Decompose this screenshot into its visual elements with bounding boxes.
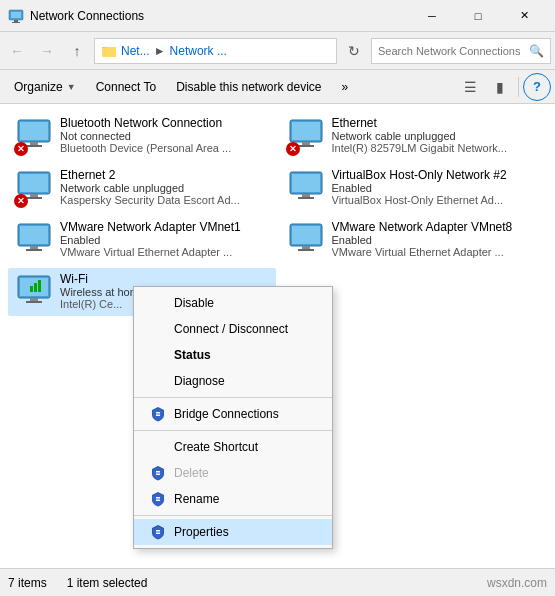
svg-rect-1 — [11, 12, 21, 18]
net-item-text: VMware Network Adapter VMnet1 Enabled VM… — [60, 220, 270, 258]
svg-rect-42 — [156, 530, 160, 532]
net-item-text: Bluetooth Network Connection Not connect… — [60, 116, 270, 154]
context-menu-separator — [134, 515, 332, 516]
window-controls: ─ □ ✕ — [409, 0, 547, 32]
net-item-name: Ethernet 2 — [60, 168, 270, 182]
organize-button[interactable]: Organize ▼ — [4, 73, 86, 101]
context-menu-item-label: Status — [174, 348, 211, 362]
toolbar-right: ☰ ▮ ? — [456, 73, 551, 101]
svg-rect-8 — [26, 145, 42, 147]
connect-to-button[interactable]: Connect To — [86, 73, 167, 101]
forward-button[interactable]: → — [34, 38, 60, 64]
minimize-button[interactable]: ─ — [409, 0, 455, 32]
context-menu-item-label: Bridge Connections — [174, 407, 279, 421]
shield-icon — [150, 524, 166, 540]
shield-icon — [150, 406, 166, 422]
folder-icon — [101, 43, 117, 59]
status-bar: 7 items 1 item selected wsxdn.com — [0, 568, 555, 596]
svg-rect-40 — [156, 497, 160, 499]
svg-rect-41 — [156, 500, 160, 502]
help-button[interactable]: ? — [523, 73, 551, 101]
context-menu-item[interactable]: Connect / Disconnect — [134, 316, 332, 342]
net-item-adapter: Kaspersky Security Data Escort Ad... — [60, 194, 270, 206]
no-icon — [150, 439, 166, 455]
maximize-button[interactable]: □ — [455, 0, 501, 32]
context-menu-separator — [134, 430, 332, 431]
svg-rect-20 — [298, 197, 314, 199]
back-button[interactable]: ← — [4, 38, 30, 64]
context-menu-item[interactable]: Status — [134, 342, 332, 368]
organize-label: Organize — [14, 80, 63, 94]
selected-count: 1 item selected — [67, 576, 148, 590]
context-menu-item[interactable]: Bridge Connections — [134, 401, 332, 427]
search-box[interactable]: 🔍 — [371, 38, 551, 64]
context-menu-item-label: Rename — [174, 492, 219, 506]
breadcrumb[interactable]: Net... ► Network ... — [94, 38, 337, 64]
context-menu-separator — [134, 397, 332, 398]
context-menu-item[interactable]: Create Shortcut — [134, 434, 332, 460]
svg-rect-16 — [26, 197, 42, 199]
context-menu-item[interactable]: Disable — [134, 290, 332, 316]
breadcrumb-part1: Net... — [121, 44, 150, 58]
context-menu-item-label: Create Shortcut — [174, 440, 258, 454]
context-menu: DisableConnect / DisconnectStatusDiagnos… — [133, 286, 333, 549]
title-bar: Network Connections ─ □ ✕ — [0, 0, 555, 32]
disable-button[interactable]: Disable this network device — [166, 73, 331, 101]
network-item[interactable]: ✕ Bluetooth Network Connection Not conne… — [8, 112, 276, 160]
search-icon: 🔍 — [529, 44, 544, 58]
network-adapter-icon — [14, 220, 54, 260]
layout-button[interactable]: ▮ — [486, 73, 514, 101]
svg-rect-26 — [292, 226, 320, 244]
up-button[interactable]: ↑ — [64, 38, 90, 64]
svg-rect-43 — [156, 533, 160, 535]
net-item-adapter: VMware Virtual Ethernet Adapter ... — [60, 246, 270, 258]
svg-rect-37 — [156, 415, 160, 417]
svg-rect-6 — [20, 122, 48, 140]
net-item-adapter: VirtualBox Host-Only Ethernet Ad... — [332, 194, 542, 206]
net-item-name: VMware Network Adapter VMnet1 — [60, 220, 270, 234]
network-item[interactable]: ✕ Ethernet 2 Network cable unplugged Kas… — [8, 164, 276, 212]
net-item-adapter: Intel(R) 82579LM Gigabit Network... — [332, 142, 542, 154]
svg-rect-38 — [156, 471, 160, 473]
svg-rect-33 — [30, 286, 33, 292]
view-options-button[interactable]: ☰ — [456, 73, 484, 101]
svg-rect-12 — [298, 145, 314, 147]
shield-icon — [150, 491, 166, 507]
network-item[interactable]: VirtualBox Host-Only Network #2 Enabled … — [280, 164, 548, 212]
context-menu-item[interactable]: Rename — [134, 486, 332, 512]
svg-rect-39 — [156, 474, 160, 476]
items-count: 7 items — [8, 576, 47, 590]
svg-rect-4 — [102, 47, 116, 57]
svg-rect-24 — [26, 249, 42, 251]
network-item[interactable]: VMware Network Adapter VMnet8 Enabled VM… — [280, 216, 548, 264]
svg-rect-36 — [156, 412, 160, 414]
svg-rect-32 — [26, 301, 42, 303]
close-button[interactable]: ✕ — [501, 0, 547, 32]
network-item[interactable]: VMware Network Adapter VMnet1 Enabled VM… — [8, 216, 276, 264]
net-item-text: Ethernet 2 Network cable unplugged Kaspe… — [60, 168, 270, 206]
refresh-button[interactable]: ↻ — [341, 38, 367, 64]
context-menu-item-label: Properties — [174, 525, 229, 539]
net-item-status: Not connected — [60, 130, 270, 142]
context-menu-item-label: Diagnose — [174, 374, 225, 388]
more-button[interactable]: » — [332, 73, 359, 101]
context-menu-item[interactable]: Diagnose — [134, 368, 332, 394]
context-menu-item-label: Delete — [174, 466, 209, 480]
net-item-status: Enabled — [60, 234, 270, 246]
watermark: wsxdn.com — [487, 576, 547, 590]
disable-label: Disable this network device — [176, 80, 321, 94]
svg-rect-35 — [38, 280, 41, 292]
connect-to-label: Connect To — [96, 80, 157, 94]
address-bar: ← → ↑ Net... ► Network ... ↻ 🔍 — [0, 32, 555, 70]
toolbar: Organize ▼ Connect To Disable this netwo… — [0, 70, 555, 104]
network-item[interactable]: ✕ Ethernet Network cable unplugged Intel… — [280, 112, 548, 160]
net-item-name: Ethernet — [332, 116, 542, 130]
net-item-name: VirtualBox Host-Only Network #2 — [332, 168, 542, 182]
no-icon — [150, 321, 166, 337]
no-icon — [150, 295, 166, 311]
breadcrumb-arrow: ► — [154, 44, 166, 58]
content-area: ✕ Bluetooth Network Connection Not conne… — [0, 104, 555, 568]
context-menu-item[interactable]: Properties — [134, 519, 332, 545]
context-menu-item[interactable]: Delete — [134, 460, 332, 486]
search-input[interactable] — [378, 45, 525, 57]
